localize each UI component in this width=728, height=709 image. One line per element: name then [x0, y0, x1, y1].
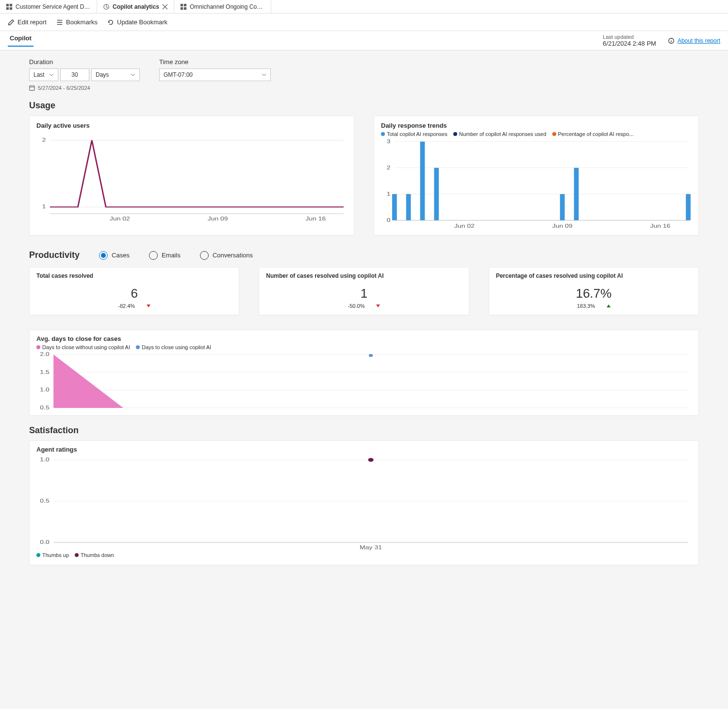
- svg-rect-5: [181, 3, 183, 6]
- svg-rect-34: [686, 194, 691, 220]
- svg-text:1: 1: [387, 191, 391, 197]
- legend-item: Thumbs up: [36, 552, 69, 558]
- duration-unit-select[interactable]: Days: [91, 68, 140, 81]
- kpi-row: Total cases resolved6-82.4%Number of cas…: [29, 267, 699, 315]
- about-label: About this report: [678, 37, 720, 44]
- tab-label: Customer Service Agent Dash...: [16, 3, 91, 10]
- svg-text:Jun 09: Jun 09: [552, 223, 573, 229]
- timezone-label: Time zone: [159, 58, 271, 66]
- radio-cases[interactable]: Cases: [99, 251, 130, 260]
- legend-dot-icon: [136, 345, 140, 349]
- svg-text:Jun 16: Jun 16: [650, 223, 671, 229]
- last-updated-value: 6/21/2024 2:48 PM: [603, 40, 656, 47]
- chart-title: Daily active users: [36, 122, 347, 129]
- legend-item: Total copilot AI responses: [381, 131, 447, 137]
- radio-conversations[interactable]: Conversations: [200, 251, 253, 260]
- kpi-title: Percentage of cases resolved using copil…: [496, 272, 692, 279]
- legend-dot-icon: [453, 132, 457, 136]
- duration-mode-select[interactable]: Last: [29, 68, 58, 81]
- refresh-icon: [107, 19, 114, 26]
- dashboard-icon: [6, 3, 13, 10]
- chart-title: Daily response trends: [381, 122, 692, 129]
- radio-emails[interactable]: Emails: [149, 251, 181, 260]
- report-toolbar: Edit report Bookmarks Update Bookmark: [0, 14, 728, 31]
- kpi-title: Number of cases resolved using copilot A…: [266, 272, 462, 279]
- section-productivity-title: Productivity: [29, 250, 80, 260]
- legend-dot-icon: [75, 553, 79, 557]
- svg-rect-31: [434, 168, 439, 220]
- kpi-card: Total cases resolved6-82.4%: [29, 267, 239, 315]
- svg-text:1.0: 1.0: [40, 387, 50, 392]
- date-range-display: 5/27/2024 - 6/25/2024: [29, 85, 140, 91]
- kpi-card: Percentage of cases resolved using copil…: [489, 267, 699, 315]
- about-report-link[interactable]: About this report: [668, 37, 720, 44]
- kpi-delta: 183.3%: [496, 303, 692, 309]
- chevron-down-icon: [49, 72, 54, 77]
- select-value: Last: [33, 71, 45, 78]
- svg-rect-7: [181, 7, 183, 9]
- radio-icon: [99, 251, 108, 260]
- legend-item: Thumbs down: [75, 552, 114, 558]
- svg-rect-33: [574, 168, 579, 220]
- svg-text:2: 2: [42, 137, 46, 143]
- subtab-copilot[interactable]: Copilot: [8, 34, 33, 47]
- kpi-value: 1: [266, 286, 462, 301]
- legend-label: Days to close using copilot AI: [142, 344, 211, 350]
- svg-text:0.5: 0.5: [40, 498, 50, 504]
- legend-dot-icon: [36, 553, 40, 557]
- legend-dot-icon: [552, 132, 556, 136]
- svg-rect-29: [406, 194, 411, 220]
- tab-customer-service-dashboard[interactable]: Customer Service Agent Dash...: [0, 0, 97, 13]
- tab-omnichannel-conversations[interactable]: Omnichannel Ongoing Conve...: [174, 0, 271, 13]
- svg-rect-28: [392, 194, 397, 220]
- svg-rect-0: [6, 3, 9, 6]
- close-icon[interactable]: [162, 4, 168, 10]
- svg-text:1.5: 1.5: [40, 370, 50, 375]
- window-tabs-bar: Customer Service Agent Dash... Copilot a…: [0, 0, 728, 14]
- radio-label: Conversations: [213, 252, 253, 259]
- svg-rect-10: [30, 86, 34, 90]
- legend-dot-icon: [381, 132, 385, 136]
- last-updated-label: Last updated: [603, 34, 656, 40]
- info-icon: [668, 37, 675, 44]
- scatter-chart: 0.00.51.0May 31: [36, 455, 692, 552]
- line-chart: 12Jun 02Jun 09Jun 16: [36, 131, 347, 223]
- kpi-delta-value: 183.3%: [577, 303, 595, 309]
- legend-label: Thumbs down: [81, 552, 114, 558]
- edit-report-button[interactable]: Edit report: [8, 18, 47, 26]
- area-chart: 0.51.01.52.0: [36, 352, 692, 410]
- bookmarks-button[interactable]: Bookmarks: [56, 18, 98, 26]
- duration-filter: Duration Last 30 Days 5/27/2024 - 6/25/2…: [29, 58, 140, 91]
- legend-dot-icon: [36, 345, 40, 349]
- filters-row: Duration Last 30 Days 5/27/2024 - 6/25/2…: [29, 58, 699, 91]
- svg-text:Jun 02: Jun 02: [454, 223, 475, 229]
- svg-text:2.0: 2.0: [40, 352, 50, 357]
- section-usage-title: Usage: [29, 101, 699, 111]
- toolbar-label: Update Bookmark: [117, 18, 167, 26]
- legend-item: Percentage of copilot AI respo...: [552, 131, 634, 137]
- svg-text:2: 2: [387, 165, 391, 170]
- kpi-delta: -50.0%: [266, 303, 462, 309]
- svg-rect-30: [420, 142, 425, 220]
- svg-text:3: 3: [387, 139, 391, 145]
- pencil-icon: [8, 19, 15, 26]
- bookmark-list-icon: [56, 19, 63, 26]
- select-value: GMT-07:00: [164, 71, 193, 78]
- svg-point-54: [368, 458, 373, 462]
- chart-legend: Thumbs upThumbs down: [36, 552, 692, 558]
- tab-label: Copilot analytics: [113, 3, 159, 10]
- svg-text:0: 0: [387, 217, 391, 223]
- svg-text:0.5: 0.5: [40, 405, 50, 410]
- svg-point-46: [369, 354, 373, 357]
- tab-copilot-analytics[interactable]: Copilot analytics: [97, 0, 174, 13]
- timezone-select[interactable]: GMT-07:00: [159, 68, 271, 81]
- legend-item: Days to close using copilot AI: [136, 344, 211, 350]
- duration-count-input[interactable]: 30: [60, 68, 89, 81]
- legend-label: Days to close without using copilot AI: [42, 344, 130, 350]
- update-bookmark-button[interactable]: Update Bookmark: [107, 18, 167, 26]
- arrow-down-icon: [147, 304, 150, 307]
- date-range-text: 5/27/2024 - 6/25/2024: [38, 85, 90, 91]
- chart-legend: Days to close without using copilot AIDa…: [36, 344, 692, 350]
- svg-text:Jun 09: Jun 09: [208, 216, 228, 222]
- chart-daily-response-trends: Daily response trends Total copilot AI r…: [374, 116, 699, 236]
